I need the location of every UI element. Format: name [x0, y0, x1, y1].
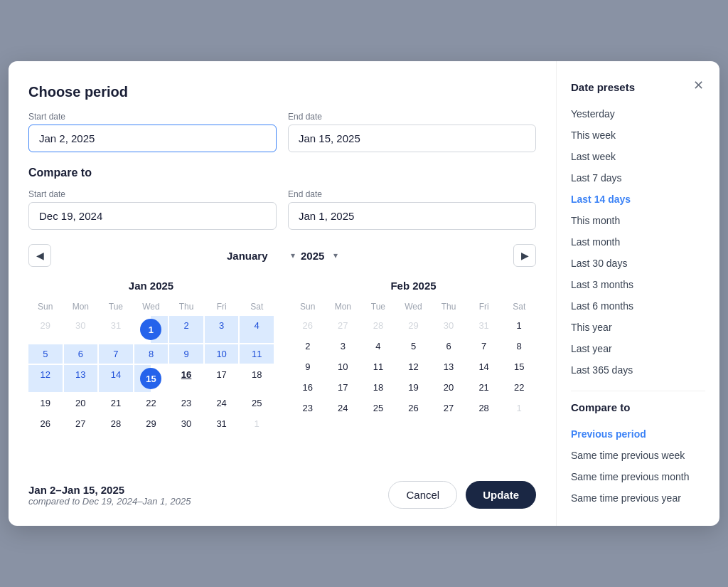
- calendar-cell[interactable]: 30: [64, 316, 98, 343]
- calendar-cell[interactable]: 6: [432, 337, 466, 356]
- end-date-input[interactable]: [288, 125, 536, 152]
- update-button[interactable]: Update: [466, 481, 536, 509]
- calendar-cell[interactable]: 4: [361, 337, 395, 356]
- calendar-cell[interactable]: 30: [169, 414, 203, 433]
- calendar-cell[interactable]: 7: [467, 337, 501, 356]
- calendar-cell[interactable]: 31: [467, 316, 501, 335]
- calendar-cell[interactable]: 2: [291, 337, 325, 356]
- preset-item[interactable]: This year: [571, 317, 705, 338]
- calendar-cell[interactable]: 23: [169, 393, 203, 413]
- calendar-cell[interactable]: 19: [28, 393, 63, 413]
- month-select[interactable]: JanuaryFebruaryMarch AprilMayJune JulyAu…: [227, 250, 295, 262]
- compare-option-item[interactable]: Same time previous week: [571, 445, 705, 466]
- calendar-cell[interactable]: 27: [432, 398, 466, 418]
- compare-start-input[interactable]: [28, 202, 277, 230]
- calendar-cell[interactable]: 1: [134, 316, 168, 343]
- calendar-cell[interactable]: 10: [205, 344, 239, 364]
- calendar-cell[interactable]: 21: [467, 378, 501, 397]
- calendar-cell[interactable]: 11: [361, 357, 395, 376]
- compare-option-item[interactable]: Previous period: [571, 423, 705, 445]
- calendar-cell[interactable]: 29: [28, 316, 63, 343]
- calendar-cell[interactable]: 3: [326, 337, 360, 356]
- calendar-cell[interactable]: 22: [134, 393, 168, 413]
- calendar-cell[interactable]: 19: [397, 378, 431, 397]
- start-date-input[interactable]: [28, 125, 277, 152]
- close-button[interactable]: ✕: [688, 75, 708, 95]
- calendar-cell[interactable]: 29: [397, 316, 431, 335]
- calendar-cell[interactable]: 17: [205, 365, 239, 392]
- calendar-cell[interactable]: 8: [502, 337, 536, 356]
- calendar-cell[interactable]: 9: [291, 357, 325, 376]
- calendar-cell[interactable]: 14: [99, 365, 133, 392]
- preset-item[interactable]: Last week: [571, 146, 705, 167]
- calendar-cell[interactable]: 15: [502, 357, 536, 376]
- compare-option-item[interactable]: Same time previous year: [571, 487, 705, 509]
- calendar-cell[interactable]: 29: [134, 414, 168, 433]
- calendar-cell[interactable]: 26: [28, 414, 63, 433]
- calendar-cell[interactable]: 26: [291, 316, 325, 335]
- preset-item[interactable]: Last 30 days: [571, 253, 705, 274]
- calendar-cell[interactable]: 25: [240, 393, 274, 413]
- calendar-cell[interactable]: 31: [99, 316, 133, 343]
- calendar-cell[interactable]: 18: [361, 378, 395, 397]
- calendar-cell[interactable]: 13: [64, 365, 98, 392]
- calendar-cell[interactable]: 1: [502, 398, 536, 418]
- calendar-cell[interactable]: 20: [64, 393, 98, 413]
- calendar-cell[interactable]: 24: [205, 393, 239, 413]
- preset-item[interactable]: Last month: [571, 231, 705, 253]
- preset-item[interactable]: This month: [571, 210, 705, 231]
- preset-item[interactable]: Last 3 months: [571, 274, 705, 295]
- nav-selects: JanuaryFebruaryMarch AprilMayJune JulyAu…: [57, 250, 508, 262]
- calendar-cell[interactable]: 23: [291, 398, 325, 418]
- calendar-cell[interactable]: 22: [502, 378, 536, 397]
- calendar-cell[interactable]: 12: [28, 365, 63, 392]
- calendar-cell[interactable]: 21: [99, 393, 133, 413]
- preset-item[interactable]: Last 6 months: [571, 295, 705, 317]
- preset-item[interactable]: Last 365 days: [571, 359, 705, 381]
- calendar-cell[interactable]: 11: [240, 344, 274, 364]
- calendar-day-header: Mon: [64, 299, 98, 314]
- preset-item[interactable]: Last 14 days: [571, 189, 705, 210]
- calendar-cell[interactable]: 13: [432, 357, 466, 376]
- calendar-cell[interactable]: 24: [326, 398, 360, 418]
- calendar-cell[interactable]: 14: [467, 357, 501, 376]
- calendar-cell[interactable]: 9: [169, 344, 203, 364]
- calendar-cell[interactable]: 20: [432, 378, 466, 397]
- preset-item[interactable]: This week: [571, 125, 705, 146]
- calendar-cell[interactable]: 28: [99, 414, 133, 433]
- calendar-cell[interactable]: 28: [361, 316, 395, 335]
- calendar-cell[interactable]: 16: [169, 365, 203, 392]
- calendar-cell[interactable]: 28: [467, 398, 501, 418]
- calendar-cell[interactable]: 30: [432, 316, 466, 335]
- compare-option-item[interactable]: Same time previous month: [571, 466, 705, 487]
- calendar-cell[interactable]: 26: [397, 398, 431, 418]
- preset-item[interactable]: Yesterday: [571, 103, 705, 125]
- calendar-cell[interactable]: 4: [240, 316, 274, 343]
- calendar-cell[interactable]: 1: [502, 316, 536, 335]
- calendar-cell[interactable]: 7: [99, 344, 133, 364]
- calendar-cell[interactable]: 17: [326, 378, 360, 397]
- compare-end-input[interactable]: [288, 202, 536, 230]
- calendar-cell[interactable]: 31: [205, 414, 239, 433]
- calendar-cell[interactable]: 12: [397, 357, 431, 376]
- calendar-cell[interactable]: 3: [205, 316, 239, 343]
- calendar-cell[interactable]: 16: [291, 378, 325, 397]
- next-month-button[interactable]: ▶: [513, 244, 536, 267]
- calendar-cell[interactable]: 6: [64, 344, 98, 364]
- year-select[interactable]: 2023202420252026: [301, 250, 338, 262]
- preset-item[interactable]: Last 7 days: [571, 167, 705, 189]
- preset-item[interactable]: Last year: [571, 338, 705, 359]
- calendar-cell[interactable]: 27: [64, 414, 98, 433]
- calendar-cell[interactable]: 8: [134, 344, 168, 364]
- prev-month-button[interactable]: ◀: [28, 244, 51, 267]
- calendar-cell[interactable]: 15: [134, 365, 168, 392]
- calendar-cell[interactable]: 27: [326, 316, 360, 335]
- cancel-button[interactable]: Cancel: [388, 481, 457, 509]
- calendar-cell[interactable]: 10: [326, 357, 360, 376]
- calendar-cell[interactable]: 5: [28, 344, 63, 364]
- calendar-cell[interactable]: 25: [361, 398, 395, 418]
- calendar-cell[interactable]: 18: [240, 365, 274, 392]
- calendar-cell[interactable]: 5: [397, 337, 431, 356]
- calendar-cell[interactable]: 1: [240, 414, 274, 433]
- calendar-cell[interactable]: 2: [169, 316, 203, 343]
